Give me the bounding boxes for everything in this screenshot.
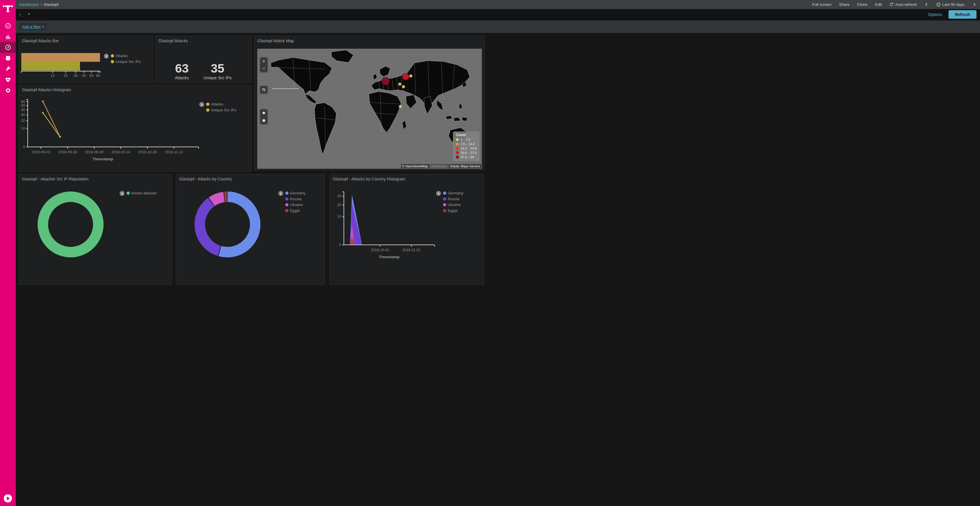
map-zoom-controls: + −	[260, 57, 267, 72]
telekom-t-logo[interactable]	[0, 0, 16, 17]
legend: ❯GermanyRussiaUkraineEgypt	[436, 191, 463, 213]
polygon-icon[interactable]	[260, 109, 267, 117]
map-legend-item: 20.8 – 27.4	[456, 151, 477, 154]
legend-dot	[443, 192, 446, 195]
svg-text:10: 10	[51, 74, 55, 78]
map-legend-item: 7.6 – 14.2	[456, 142, 477, 146]
attribution-text: Elastic Maps Service	[449, 164, 481, 168]
legend-item-germany[interactable]: Germany	[285, 191, 305, 195]
legend-dot	[206, 108, 209, 112]
legend: ❯GermanyRussiaUkraineEgypt	[278, 191, 305, 213]
search-input[interactable]: *	[28, 12, 490, 17]
legend-dot	[111, 54, 114, 57]
legend: ❯AttacksUnique Src IPs	[199, 102, 236, 112]
src-ip-reputation-donut[interactable]	[19, 174, 172, 253]
panel-attack-map: Glastopf Attack Map	[254, 36, 484, 170]
dashboard-grid: Glastopf Attacks Bar 102030405060 ❯Attac…	[16, 33, 490, 253]
legend-dot	[443, 197, 446, 200]
legend-item-germany[interactable]: Germany	[443, 191, 463, 195]
panel-attacks-metric: Glastopf Attacks 63Attacks35Unique Src I…	[155, 36, 251, 83]
crop-icon[interactable]	[260, 86, 267, 93]
svg-text:2018-11-11: 2018-11-11	[165, 150, 183, 154]
count-bucket-dot	[456, 155, 459, 159]
gauge-icon	[5, 44, 11, 51]
sidebar-item-dashboard[interactable]	[0, 42, 16, 53]
svg-text:0: 0	[339, 243, 341, 247]
legend-item-attacks[interactable]: Attacks	[111, 54, 141, 58]
zoom-in-button[interactable]: +	[260, 57, 267, 65]
rectangle-icon[interactable]	[260, 117, 267, 124]
sidebar-item-timelion[interactable]	[0, 53, 16, 63]
svg-text:40: 40	[21, 108, 25, 112]
legend-dot	[285, 192, 288, 195]
panel-src-ip-reputation: Glastopf - Attacker Src IP Reputation ❯k…	[19, 174, 172, 253]
map-legend-title: Count	[456, 133, 477, 137]
map-fit-controls	[260, 86, 267, 93]
legend-dot	[443, 203, 446, 206]
legend-toggle-icon[interactable]: ❯	[278, 191, 283, 196]
legend-dot	[206, 103, 209, 106]
legend-dot	[127, 192, 130, 195]
svg-text:30: 30	[337, 194, 341, 198]
sidebar-item-management[interactable]	[0, 85, 16, 96]
attribution-text: contributors,	[429, 164, 449, 168]
attribution-text: © OpenStreetMap	[401, 164, 430, 168]
svg-text:60: 60	[96, 74, 100, 78]
legend-toggle-icon[interactable]: ❯	[119, 191, 124, 196]
map-legend-item: 14.2 – 20.8	[456, 147, 477, 150]
plus-icon: +	[42, 24, 45, 29]
breadcrumb-separator: /	[41, 2, 42, 7]
count-bucket-dot	[456, 138, 459, 141]
legend-item-ukraine[interactable]: Ukraine	[285, 203, 305, 207]
legend-item-russia[interactable]: Russia	[443, 197, 463, 201]
svg-text:2018-10-01: 2018-10-01	[371, 248, 390, 252]
svg-text:10: 10	[21, 127, 25, 130]
legend-item-attacks[interactable]: Attacks	[206, 102, 236, 106]
add-filter-button[interactable]: Add a filter +	[19, 23, 47, 30]
legend-item-egypt[interactable]: Egypt	[443, 208, 463, 213]
legend-item-russia[interactable]: Russia	[285, 197, 305, 201]
legend-toggle-icon[interactable]: ❯	[199, 102, 204, 107]
legend-toggle-icon[interactable]: ❯	[104, 54, 109, 59]
gear-icon	[5, 87, 11, 94]
legend-dot	[285, 209, 288, 212]
svg-text:50: 50	[21, 103, 25, 108]
svg-text:2018-09-02: 2018-09-02	[32, 150, 51, 154]
query-prompt-icon: >_	[19, 12, 23, 17]
svg-text:60: 60	[21, 100, 25, 104]
legend-item-unique-src-ips[interactable]: Unique Src IPs	[206, 108, 236, 112]
legend-item-unique-src-ips[interactable]: Unique Src IPs	[111, 59, 141, 64]
map-legend-item: 27.4 – 34	[456, 155, 477, 159]
legend-toggle-icon[interactable]: ❯	[436, 191, 441, 196]
map-count-legend: Count 1 – 7.67.6 – 14.214.2 – 20.820.8 –…	[453, 132, 479, 161]
legend: ❯AttacksUnique Src IPs	[104, 54, 141, 64]
svg-text:2018-09-16: 2018-09-16	[58, 150, 77, 154]
count-bucket-dot	[456, 147, 459, 150]
svg-text:0: 0	[23, 145, 25, 149]
app-sidebar	[0, 0, 16, 253]
filter-bar: Add a filter +	[16, 20, 490, 33]
svg-text:2018-10-28: 2018-10-28	[138, 150, 157, 154]
legend-item-egypt[interactable]: Egypt	[285, 208, 305, 213]
zoom-out-button[interactable]: −	[260, 65, 267, 72]
map-draw-controls	[260, 109, 267, 124]
legend-item-ukraine[interactable]: Ukraine	[443, 203, 463, 207]
panel-title: Glastopf Attack Map	[255, 36, 484, 46]
world-map[interactable]: + − Count 1 – 7.67.6 – 14.214.2 – 20.820…	[257, 49, 482, 169]
attacks-by-country-donut[interactable]	[176, 174, 325, 253]
attacks-bar-chart[interactable]: 102030405060	[21, 44, 112, 82]
compass-icon	[5, 22, 11, 29]
svg-text:2018-11-01: 2018-11-01	[402, 248, 421, 252]
count-bucket-dot	[456, 143, 459, 146]
sidebar-item-visualize[interactable]	[0, 31, 16, 42]
legend-item-known-attacker[interactable]: known attacker	[127, 191, 157, 195]
svg-text:Timestamp: Timestamp	[92, 157, 113, 161]
query-bar: >_ * Options Refresh	[16, 9, 490, 20]
sidebar-item-discover[interactable]	[0, 21, 16, 31]
sidebar-item-monitoring[interactable]	[0, 75, 16, 85]
map-legend-item: 1 – 7.6	[456, 138, 477, 141]
breadcrumb-current: Glastopf	[44, 2, 58, 7]
breadcrumb-dashboard[interactable]: Dashboard	[19, 2, 38, 7]
sidebar-item-dev-tools[interactable]	[0, 63, 16, 75]
map-attribution: © OpenStreetMap contributors, Elastic Ma…	[401, 164, 481, 168]
